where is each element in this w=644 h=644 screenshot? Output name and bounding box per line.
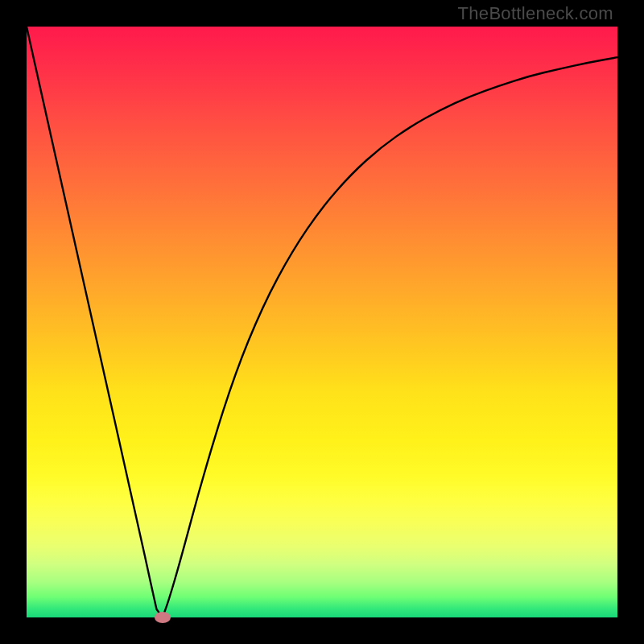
- bottleneck-curve: [27, 27, 617, 617]
- optimal-marker: [155, 612, 171, 623]
- chart-frame: TheBottleneck.com: [0, 0, 644, 644]
- curve-path: [27, 27, 617, 617]
- watermark-text: TheBottleneck.com: [458, 3, 613, 24]
- plot-area: [27, 27, 617, 617]
